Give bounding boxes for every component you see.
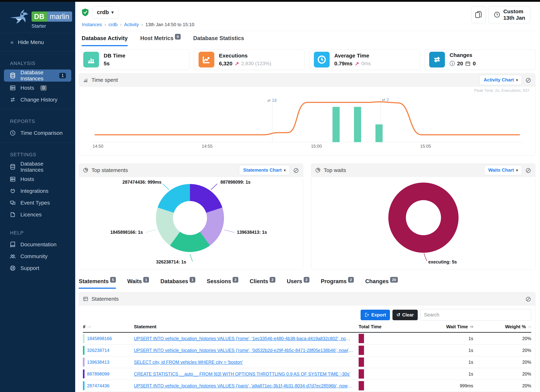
sidebar-item-settings-database-instances[interactable]: Database Instances — [4, 161, 71, 173]
col-id[interactable]: #↓≡ — [83, 324, 134, 330]
total-time-bar — [359, 369, 364, 379]
kpi-calendar-count: 0 — [473, 60, 476, 67]
activity-chart-selector[interactable]: Activity Chart ▾ — [480, 75, 522, 85]
tab-label: Changes — [365, 278, 389, 284]
main-area: crdb ▾ Instances › crdb › Activity › 13t… — [75, 2, 540, 392]
weight-value: 20% — [473, 360, 531, 365]
breadcrumb-crdb[interactable]: crdb — [109, 22, 118, 27]
weight-value: 20% — [473, 336, 531, 341]
statement-id-link[interactable]: 887898099 — [87, 372, 109, 377]
sidebar-item-hosts[interactable]: Hosts 0 — [4, 82, 71, 94]
col-statement[interactable]: Statement — [134, 324, 359, 330]
chevrons-left-icon: « — [10, 39, 14, 45]
breadcrumb-instances[interactable]: Instances — [82, 22, 102, 27]
total-time-bar — [359, 357, 364, 367]
logo-marlin-badge: marlin — [47, 11, 72, 22]
copy-link-button[interactable] — [471, 6, 486, 23]
support-icon — [9, 265, 16, 272]
sidebar-item-time-comparison[interactable]: Time Comparison — [4, 127, 71, 139]
tab-label: Programs — [321, 278, 347, 284]
tab-statements[interactable]: Statements5 — [79, 278, 116, 289]
sidebar-item-change-history[interactable]: Change History — [4, 94, 71, 105]
line-chart-icon — [199, 52, 214, 68]
tab-clients[interactable]: Clients2 — [250, 278, 275, 289]
tab-waits[interactable]: Waits1 — [127, 278, 149, 289]
top-statements-panel: Top statements Statements Chart ▾ ⊘ — [79, 164, 303, 270]
statement-id-link[interactable]: 287474436 — [87, 383, 109, 388]
sidebar-item-settings-hosts[interactable]: Hosts — [4, 174, 71, 185]
hide-menu-button[interactable]: « Hide Menu — [0, 37, 75, 47]
kpi-title: Executions — [219, 53, 271, 59]
sidebar-item-documentation[interactable]: Documentation — [4, 239, 71, 250]
tab-database-statistics[interactable]: Database Statistics — [193, 35, 244, 46]
time-range-button[interactable]: Custom 13th Jan — [488, 6, 530, 23]
tab-badge: 2 — [304, 277, 309, 283]
statement-link[interactable]: CREATE STATISTICS __auto__ FROM [63] WIT… — [134, 372, 359, 377]
donut-label: executing: 5s — [428, 259, 457, 265]
sidebar-item-community[interactable]: Community — [4, 251, 71, 262]
collapse-panel-icon[interactable]: ⊘ — [525, 167, 531, 174]
change-history-icon — [9, 96, 16, 103]
main-tabs: Database Activity Host Metrics0 Database… — [79, 31, 535, 46]
statement-id-link[interactable]: 139638413 — [87, 360, 109, 365]
section-label-reports: REPORTS — [0, 113, 75, 127]
search-input[interactable] — [420, 309, 531, 320]
tab-users[interactable]: Users2 — [287, 278, 309, 289]
tab-programs[interactable]: Programs2 — [321, 278, 354, 289]
time-spent-chart[interactable]: Peak Time: 2s, Executions: 837 — [79, 86, 535, 155]
statement-link[interactable]: SELECT city, id FROM vehicles WHERE city… — [134, 360, 359, 365]
collapse-panel-icon[interactable]: ⊘ — [525, 295, 531, 303]
undo-icon: ↺ — [396, 312, 400, 318]
integrations-icon — [9, 188, 16, 194]
waits-donut[interactable] — [388, 183, 459, 253]
sort-icon: ↓≡ — [87, 325, 91, 329]
sidebar-item-integrations[interactable]: Integrations — [4, 185, 71, 197]
tab-databases[interactable]: Databases1 — [160, 278, 195, 289]
sidebar-item-licences[interactable]: Licences — [4, 209, 71, 220]
tab-host-metrics[interactable]: Host Metrics0 — [140, 35, 181, 46]
statements-donut[interactable] — [156, 184, 224, 252]
statement-link[interactable]: UPSERT INTO vehicle_location_histories V… — [134, 336, 359, 341]
statement-id-link[interactable]: 1845898166 — [87, 336, 112, 341]
chevron-down-icon: ▾ — [284, 168, 285, 172]
sidebar-item-event-types[interactable]: Event Types — [4, 197, 71, 208]
sort-icon: ↓≡ — [527, 325, 531, 329]
chevron-down-icon: ▾ — [516, 78, 518, 82]
col-weight[interactable]: Weight %↓≡ — [473, 324, 531, 330]
collapse-panel-icon[interactable]: ⊘ — [525, 76, 531, 84]
kpi-delta: 0ms — [361, 61, 371, 66]
sidebar-item-support[interactable]: Support — [4, 263, 71, 274]
sidebar-item-database-instances[interactable]: Database Instances 1 — [4, 69, 71, 82]
donut-label: 287474436: 999ms — [122, 179, 161, 185]
export-button[interactable]: Export — [361, 310, 390, 320]
time-spent-line — [95, 102, 520, 135]
donut-label: 887898099: 1s — [220, 179, 250, 185]
statements-chart-selector[interactable]: Statements Chart ▾ — [239, 165, 290, 175]
health-shield-icon — [82, 8, 89, 16]
time-range-date: 13th Jan — [503, 15, 525, 21]
sidebar-item-label: Database Instances — [20, 69, 53, 82]
breadcrumb: Instances › crdb › Activity › 13th Jan 1… — [82, 22, 535, 27]
collapse-panel-icon[interactable]: ⊘ — [293, 167, 299, 174]
statement-id-link[interactable]: 326238714 — [87, 348, 109, 353]
statement-link[interactable]: UPSERT INTO vehicle_location_histories V… — [134, 348, 359, 353]
tab-database-activity[interactable]: Database Activity — [82, 35, 128, 46]
waits-chart-selector[interactable]: Waits Chart ▾ — [484, 165, 522, 175]
instance-selector[interactable]: crdb ▾ — [92, 6, 118, 19]
clear-button[interactable]: ↺ Clear — [392, 310, 418, 320]
pie-chart-icon — [315, 168, 320, 173]
tab-sessions[interactable]: Sessions2 — [207, 278, 238, 289]
top-waits-panel: Top waits Waits Chart ▾ ⊘ — [311, 164, 535, 270]
licences-icon — [9, 211, 16, 218]
breadcrumb-activity[interactable]: Activity — [124, 22, 139, 27]
statement-color-chip — [83, 381, 85, 390]
table-row: 887898099 CREATE STATISTICS __auto__ FRO… — [83, 368, 531, 380]
statement-link[interactable]: UPSERT INTO vehicle_location_histories V… — [134, 383, 359, 388]
col-total-time[interactable]: Total Time — [359, 324, 418, 330]
sidebar-item-label: Change History — [20, 97, 57, 103]
tab-badge: 2 — [348, 277, 354, 283]
kpi-average-time: Average Time 0.79ms ↗ 0ms — [309, 50, 420, 70]
executions-bars — [332, 107, 383, 142]
tab-changes[interactable]: Changes20 — [365, 278, 398, 289]
col-wait-time[interactable]: Wait Time↑≡ — [418, 324, 473, 330]
